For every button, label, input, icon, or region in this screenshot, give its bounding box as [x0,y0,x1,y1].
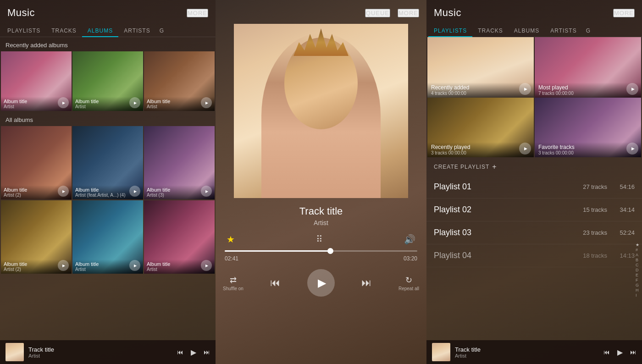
play-album-9[interactable] [201,260,212,271]
queue-button[interactable]: QUEUE [365,9,390,17]
album-thumb-3[interactable]: Album title Artist [144,51,215,111]
play-button-right[interactable]: ▶ [617,348,623,357]
play-recently-added[interactable] [519,83,531,95]
play-button-center[interactable]: ▶ [307,269,335,297]
play-album-8[interactable] [129,260,140,271]
tab-tracks-right[interactable]: TRACKS [472,24,509,37]
play-favorite-tracks[interactable] [626,143,638,154]
next-button-center[interactable]: ⏭ [361,277,371,289]
play-album-4[interactable] [58,186,69,197]
play-album-6[interactable] [201,186,212,197]
playlist-meta-04: 18 tracks 14:13 [583,252,635,259]
album-thumb-7[interactable]: Album title Artist (2) [1,200,72,274]
next-button-left[interactable]: ⏭ [204,348,210,356]
playlist-cards-top: Recently added 4 tracks 00:00:00 Most pl… [426,37,642,98]
left-mini-player: Track title Artist ⏮ ▶ ⏭ [0,340,216,364]
play-recently-played[interactable] [519,143,531,154]
progress-bar[interactable] [225,250,417,252]
alpha-star[interactable]: ★ [635,243,640,247]
tab-more-left[interactable]: G [156,24,167,37]
playlist-item-03[interactable]: Playlist 03 23 tracks 52:24 [426,221,642,244]
alpha-h[interactable]: H [635,288,640,292]
play-album-3[interactable] [201,97,212,108]
prev-button-center[interactable]: ⏮ [270,277,280,289]
create-playlist-label: CREATE PLAYLIST [434,164,489,170]
play-button-left[interactable]: ▶ [191,348,196,357]
playlist-card-recently-added[interactable]: Recently added 4 tracks 00:00:00 [427,37,534,98]
tab-artists-left[interactable]: ARTISTS [118,24,155,37]
play-album-7[interactable] [58,260,69,271]
album-thumb-2[interactable]: Album title Artist [72,51,143,111]
prev-button-right[interactable]: ⏮ [603,348,610,356]
playlist-item-01[interactable]: Playlist 01 27 tracks 54:16 [426,176,642,199]
right-more-button[interactable]: MORE [613,9,635,17]
play-album-5[interactable] [129,186,140,197]
center-panel: QUEUE MORE Track title Artist ★ ⠿ 🔊 02:4… [216,0,426,364]
left-tabs: PLAYLISTS TRACKS ALBUMS ARTISTS G [0,24,216,37]
playlist-item-02[interactable]: Playlist 02 15 tracks 34:14 [426,199,642,221]
album-thumb-5[interactable]: Album title Artist (feat.Artist, A...) (… [72,126,143,199]
playlist-item-04[interactable]: Playlist 04 18 tracks 14:13 [426,244,642,267]
overlay-recently-added: Recently added 4 tracks 00:00:00 [427,83,534,98]
left-panel: Music MORE PLAYLISTS TRACKS ALBUMS ARTIS… [0,0,216,364]
card-title-most-played: Most played [538,84,637,91]
playlist-card-recently-played[interactable]: Recently played 3 tracks 00:00:00 [427,98,534,157]
left-more-button[interactable]: MORE [187,9,208,17]
album-thumb-8[interactable]: Album title Artist [72,200,143,274]
alpha-c[interactable]: C [635,263,640,267]
alpha-f[interactable]: F [635,278,640,282]
volume-icon[interactable]: 🔊 [404,234,415,245]
album-thumb-1[interactable]: Album title Artist [1,51,72,111]
repeat-icon: ↻ [405,275,412,285]
card-title-favorite-tracks: Favorite tracks [538,144,637,150]
next-button-right[interactable]: ⏭ [630,348,636,356]
center-more-button[interactable]: MORE [398,9,419,17]
create-playlist-button[interactable]: CREATE PLAYLIST + [426,158,642,176]
alpha-hash[interactable]: # [635,248,640,252]
tab-more-right[interactable]: G [582,24,594,37]
album-thumb-4[interactable]: Album title Artist (2) [1,126,72,199]
shuffle-control[interactable]: ⇄ Shuffle on [223,275,244,291]
shuffle-icon: ⇄ [230,275,237,285]
tab-albums-right[interactable]: ALBUMS [509,24,545,37]
tab-tracks-left[interactable]: TRACKS [46,24,82,37]
equalizer-icon[interactable]: ⠿ [316,234,323,245]
current-time: 02:41 [225,255,238,262]
tab-playlists-right[interactable]: PLAYLISTS [428,24,472,37]
playlist-name-04: Playlist 04 [434,251,471,260]
alpha-b[interactable]: B [635,258,640,262]
center-header: QUEUE MORE [216,0,426,24]
overlay-most-played: Most played 7 tracks 00:00:00 [535,83,641,98]
tab-albums-left[interactable]: ALBUMS [82,24,118,37]
play-album-1[interactable] [58,97,69,108]
repeat-control[interactable]: ↻ Repeat all [398,275,419,291]
album-thumb-9[interactable]: Album title Artist [144,200,215,274]
playlist-tracks-03: 23 tracks [583,229,607,236]
prev-button-left[interactable]: ⏮ [177,348,183,356]
tab-playlists-left[interactable]: PLAYLISTS [2,24,46,37]
card-meta-favorite-tracks: 3 tracks 00:00:00 [538,150,637,155]
alpha-d[interactable]: D [635,268,640,272]
tab-artists-right[interactable]: ARTISTS [545,24,582,37]
alpha-g[interactable]: G [635,283,640,287]
alpha-a[interactable]: A [635,253,640,257]
playlist-card-most-played[interactable]: Most played 7 tracks 00:00:00 [535,37,641,98]
album-art-large [234,24,408,198]
play-album-2[interactable] [129,97,140,108]
playlist-duration-03: 52:24 [616,229,635,236]
alpha-e[interactable]: E [635,273,640,277]
play-most-played[interactable] [626,83,638,95]
favorite-icon[interactable]: ★ [227,234,235,245]
all-albums-label: All albums [0,112,216,126]
playlist-meta-02: 15 tracks 34:14 [583,206,635,213]
left-scroll: Recently added albums Album title Artist… [0,37,216,364]
repeat-label: Repeat all [398,286,419,291]
track-info: Track title Artist [216,198,426,230]
playlist-name-02: Playlist 02 [434,205,471,215]
card-title-recently-played: Recently played [431,144,530,150]
alpha-i[interactable]: I [635,293,640,298]
recently-added-row: Album title Artist Album title Artist Al… [0,51,216,111]
playlist-card-favorite-tracks[interactable]: Favorite tracks 3 tracks 00:00:00 [535,98,641,157]
album-thumb-6[interactable]: Album title Artist (3) [144,126,215,199]
recently-added-label: Recently added albums [0,37,216,51]
